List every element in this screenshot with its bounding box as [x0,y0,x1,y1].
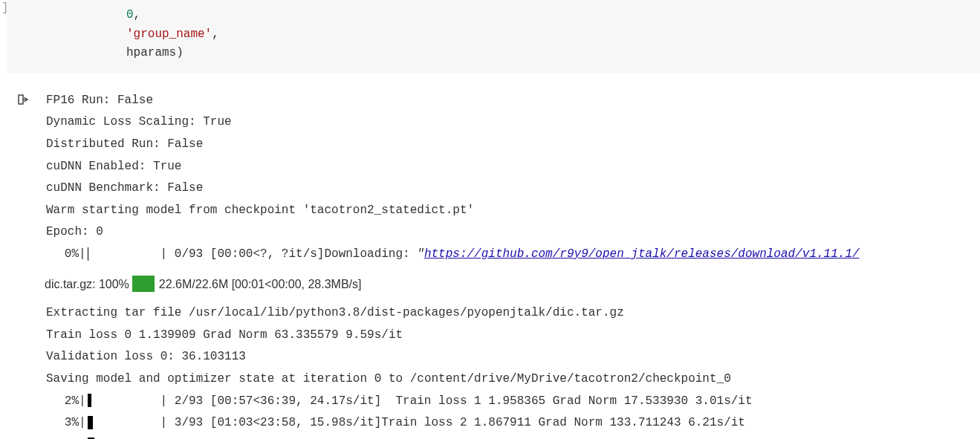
output-block: FP16 Run: False Dynamic Loss Scaling: Tr… [0,82,980,439]
tqdm-fill-3 [88,416,93,429]
code-cell[interactable]: 0, 'group_name', hparams) [7,0,980,74]
download-label: dic.tar.gz: 100% [45,273,129,296]
code-comma-1: , [134,8,141,22]
tqdm-pct-0: 0% [46,244,79,266]
tqdm-row-0: 0%|| 0/93 [00:00<?, ?it/s]Downloading: "… [46,244,980,266]
tqdm-fill-0 [88,247,88,261]
edge-bracket-glyph: ] [0,0,10,16]
out-trainloss0: Train loss 0 1.139909 Grad Norm 63.33557… [46,325,980,347]
out-dls: Dynamic Loss Scaling: True [46,111,980,134]
output-indicator[interactable] [0,82,33,106]
download-url-link[interactable]: https://github.com/r9y9/open_jtalk/relea… [424,247,860,261]
tqdm-row-2: 2%|| 2/93 [00:57<36:39, 24.17s/it] Train… [46,391,980,413]
out-cudnn-bm: cuDNN Benchmark: False [46,178,980,200]
code-literal-zero: 0 [126,8,134,22]
tqdm-pct-2: 2% [46,391,79,413]
out-warm-start: Warm starting model from checkpoint 'tac… [46,200,980,222]
tqdm-stats-0: | 0/93 [00:00<?, ?it/s] [160,247,325,261]
tqdm-pct-3: 3% [46,412,79,435]
output-text: FP16 Run: False Dynamic Loss Scaling: Tr… [33,82,980,439]
out-fp16: FP16 Run: False [46,90,980,112]
tqdm-row-4: 4%|| 4/93 [01:08<17:11, 11.59s/it]Train … [46,435,980,439]
tqdm-dl-quote: " [417,247,424,261]
tqdm-stats-2: | 2/93 [00:57<36:39, 24.17s/it] Train lo… [160,394,753,408]
download-progress-row: dic.tar.gz: 100% 22.6M/22.6M [00:01<00:0… [45,273,980,296]
svg-rect-0 [19,95,23,104]
code-ident-hparams: hparams) [126,46,184,59]
out-extract: Extracting tar file /usr/local/lib/pytho… [46,302,980,325]
out-dist: Distributed Run: False [46,134,980,156]
out-epoch: Epoch: 0 [46,221,980,244]
code-line-2: 'group_name', [7,25,980,45]
out-cudnn-en: cuDNN Enabled: True [46,156,980,178]
output-arrow-icon [16,93,30,106]
code-string-groupname: 'group_name' [126,27,212,41]
tqdm-bar-0 [88,247,159,261]
tqdm-bar-2 [88,394,159,407]
out-saving: Saving model and optimizer state at iter… [46,368,980,391]
tqdm-row-3: 3%|| 3/93 [01:03<23:58, 15.98s/it]Train … [46,412,980,435]
tqdm-stats-3: | 3/93 [01:03<23:58, 15.98s/it]Train los… [160,416,745,429]
code-comma-2: , [212,27,219,41]
code-line-3: hparams) [7,44,980,63]
code-line-1: 0, [7,6,980,25]
download-stats: 22.6M/22.6M [00:01<00:00, 28.3MB/s] [159,273,362,296]
tqdm-dl-label: Downloading: [324,247,417,261]
tqdm-fill-2 [88,394,91,407]
tqdm-pct-4: 4% [46,435,79,439]
tqdm-bar-3 [88,416,159,429]
out-valloss0: Validation loss 0: 36.103113 [46,346,980,368]
download-bar-full [132,276,155,292]
